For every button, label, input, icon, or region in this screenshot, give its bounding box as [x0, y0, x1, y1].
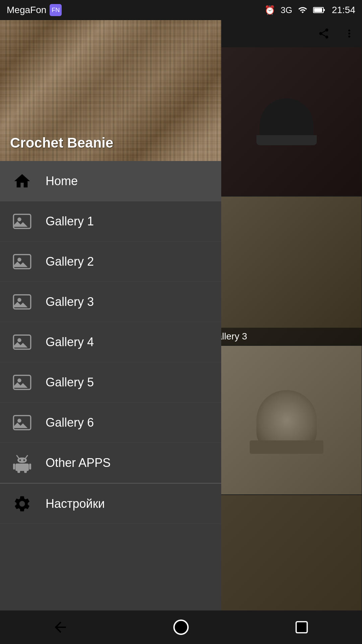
- settings-gear-icon: [12, 494, 32, 514]
- nav-item-gallery2[interactable]: Gallery 2: [0, 241, 221, 282]
- nav-settings-label: Настройки: [46, 497, 105, 511]
- home-button[interactable]: [164, 615, 198, 639]
- svg-rect-17: [17, 458, 27, 463]
- svg-line-15: [17, 455, 19, 458]
- share-icon[interactable]: [318, 28, 330, 40]
- nav-item-gallery1[interactable]: Gallery 1: [0, 201, 221, 241]
- home-icon: [12, 171, 32, 191]
- nav-item-settings[interactable]: Настройки: [0, 484, 221, 524]
- svg-point-8: [17, 298, 21, 302]
- gallery6-icon: [12, 413, 32, 433]
- grid-cell-1: [211, 47, 362, 196]
- drawer-hero-title: Crochet Beanie: [10, 135, 113, 151]
- bottom-navigation: [0, 610, 362, 644]
- nav-otherapps-label: Other APPS: [46, 456, 111, 470]
- gallery1-icon: [12, 211, 32, 231]
- more-options-icon[interactable]: [343, 28, 355, 40]
- status-bar-right: ⏰ 3G 21:54: [264, 5, 355, 15]
- nav-gallery4-label: Gallery 4: [46, 335, 94, 349]
- drawer-header: Crochet Beanie: [0, 20, 221, 161]
- grid-header: [211, 20, 362, 47]
- nav-gallery6-label: Gallery 6: [46, 416, 94, 430]
- svg-rect-26: [296, 622, 307, 633]
- time-display: 21:54: [332, 5, 355, 15]
- svg-point-14: [17, 419, 21, 423]
- nav-gallery3-label: Gallery 3: [46, 295, 94, 309]
- status-bar-left: MegaFon FN: [7, 4, 62, 16]
- svg-point-12: [17, 378, 21, 382]
- nav-list: Home Gallery 1 Gallery 2: [0, 161, 221, 644]
- svg-point-6: [17, 258, 21, 262]
- back-button[interactable]: [44, 615, 77, 639]
- right-grid-bg: allery 3 allery 6: [211, 20, 362, 644]
- gallery4-icon: [12, 332, 32, 352]
- carrier-icon: FN: [50, 4, 62, 16]
- svg-point-25: [174, 620, 188, 634]
- status-bar: MegaFon FN ⏰ 3G 21:54: [0, 0, 362, 20]
- nav-item-gallery3[interactable]: Gallery 3: [0, 282, 221, 322]
- svg-point-19: [23, 459, 25, 461]
- nav-item-gallery4[interactable]: Gallery 4: [0, 322, 221, 362]
- nav-gallery2-label: Gallery 2: [46, 255, 94, 269]
- alarm-icon: ⏰: [264, 5, 275, 15]
- nav-item-otherapps[interactable]: Other APPS: [0, 443, 221, 483]
- svg-rect-20: [15, 464, 29, 471]
- svg-point-4: [17, 217, 21, 221]
- carrier-name: MegaFon: [7, 5, 46, 15]
- battery-icon: [313, 5, 326, 15]
- android-robot-icon: [12, 453, 32, 473]
- network-label: 3G: [281, 5, 292, 15]
- gallery5-icon: [12, 372, 32, 392]
- svg-point-18: [19, 459, 21, 461]
- nav-home-label: Home: [46, 174, 78, 188]
- svg-rect-23: [17, 470, 20, 473]
- nav-gallery5-label: Gallery 5: [46, 375, 94, 389]
- svg-point-10: [17, 338, 21, 342]
- svg-rect-22: [29, 464, 31, 470]
- svg-rect-24: [24, 470, 27, 473]
- carrier-icon-text: FN: [52, 7, 60, 14]
- dark-hat-image: [260, 98, 313, 145]
- nav-item-gallery5[interactable]: Gallery 5: [0, 362, 221, 402]
- svg-rect-1: [314, 8, 322, 12]
- grid-cell-3[interactable]: allery 3: [211, 196, 362, 345]
- grid-cell-4[interactable]: [211, 345, 362, 495]
- svg-line-16: [25, 455, 27, 458]
- gallery3-icon: [12, 292, 32, 312]
- grid-cell-3-label: allery 3: [217, 331, 247, 341]
- navigation-drawer: Crochet Beanie Home Gallery 1: [0, 20, 221, 644]
- nav-item-gallery6[interactable]: Gallery 6: [0, 402, 221, 443]
- recents-button[interactable]: [285, 615, 318, 639]
- gallery2-icon: [12, 252, 32, 272]
- signal-icon: [298, 5, 308, 15]
- svg-rect-21: [13, 464, 15, 470]
- nav-item-home[interactable]: Home: [0, 161, 221, 201]
- svg-rect-2: [323, 9, 325, 11]
- nav-gallery1-label: Gallery 1: [46, 214, 94, 228]
